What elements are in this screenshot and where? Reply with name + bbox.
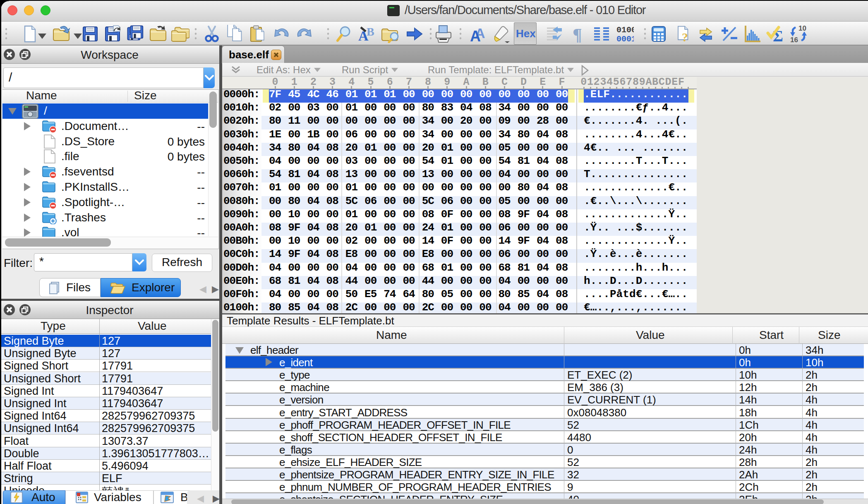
svg-text:?: ? bbox=[682, 30, 688, 43]
svg-text:A: A bbox=[470, 28, 481, 43]
svg-text:B: B bbox=[367, 25, 374, 38]
svg-text:0001: 0001 bbox=[616, 34, 634, 43]
svg-text:16: 16 bbox=[790, 36, 798, 43]
svg-text:10: 10 bbox=[798, 25, 806, 32]
svg-text:¶: ¶ bbox=[573, 25, 582, 43]
svg-text:0100: 0100 bbox=[616, 25, 634, 35]
